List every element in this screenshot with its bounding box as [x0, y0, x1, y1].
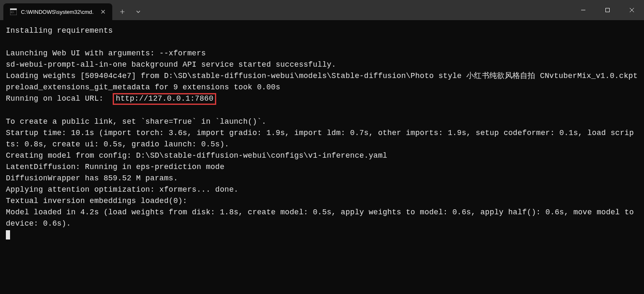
tab-actions — [115, 3, 146, 20]
terminal-line: LatentDiffusion: Running in eps-predicti… — [6, 163, 225, 171]
titlebar-drag-area[interactable] — [146, 0, 571, 20]
terminal-line: preload_extensions_git_metadata for 9 ex… — [6, 83, 280, 91]
tab-title: C:\WINDOWS\system32\cmd. — [21, 9, 95, 15]
terminal-output[interactable]: Installing requirements Launching Web UI… — [0, 20, 644, 294]
new-tab-button[interactable] — [115, 4, 130, 19]
close-button[interactable] — [620, 0, 644, 20]
terminal-line: To create a public link, set `share=True… — [6, 117, 266, 126]
terminal-line: Applying attention optimization: xformer… — [6, 185, 238, 194]
terminal-window: C:\ C:\WINDOWS\system32\cmd. — [0, 0, 644, 294]
minimize-button[interactable] — [571, 0, 595, 20]
terminal-line: Creating model from config: D:\SD\stable… — [6, 151, 387, 160]
terminal-cursor — [6, 230, 10, 239]
terminal-line: Textual inversion embeddings loaded(0): — [6, 197, 187, 205]
svg-rect-1 — [10, 8, 17, 10]
tab-close-button[interactable] — [99, 8, 107, 16]
terminal-line: Loading weights [509404c4e7] from D:\SD\… — [6, 72, 638, 80]
url-line-prefix: Running on local URL: — [6, 94, 113, 103]
cmd-icon: C:\ — [10, 8, 17, 15]
active-tab[interactable]: C:\ C:\WINDOWS\system32\cmd. — [3, 3, 112, 20]
local-url-highlight: http://127.0.0.1:7860 — [113, 93, 216, 105]
terminal-line: Installing requirements — [6, 26, 113, 35]
terminal-line: Running on local URL: http://127.0.0.1:7… — [6, 94, 216, 103]
terminal-line: sd-webui-prompt-all-in-one background AP… — [6, 60, 336, 69]
terminal-line: Launching Web UI with arguments: --xform… — [6, 49, 206, 57]
maximize-button[interactable] — [595, 0, 620, 20]
tab-dropdown-button[interactable] — [131, 4, 146, 19]
svg-text:C:\: C:\ — [11, 11, 14, 13]
titlebar: C:\ C:\WINDOWS\system32\cmd. — [0, 0, 644, 20]
terminal-line: Startup time: 10.1s (import torch: 3.6s,… — [6, 129, 634, 148]
window-controls — [571, 0, 644, 20]
terminal-line: DiffusionWrapper has 859.52 M params. — [6, 174, 178, 182]
svg-rect-3 — [606, 8, 610, 12]
terminal-line: Model loaded in 4.2s (load weights from … — [6, 208, 639, 228]
